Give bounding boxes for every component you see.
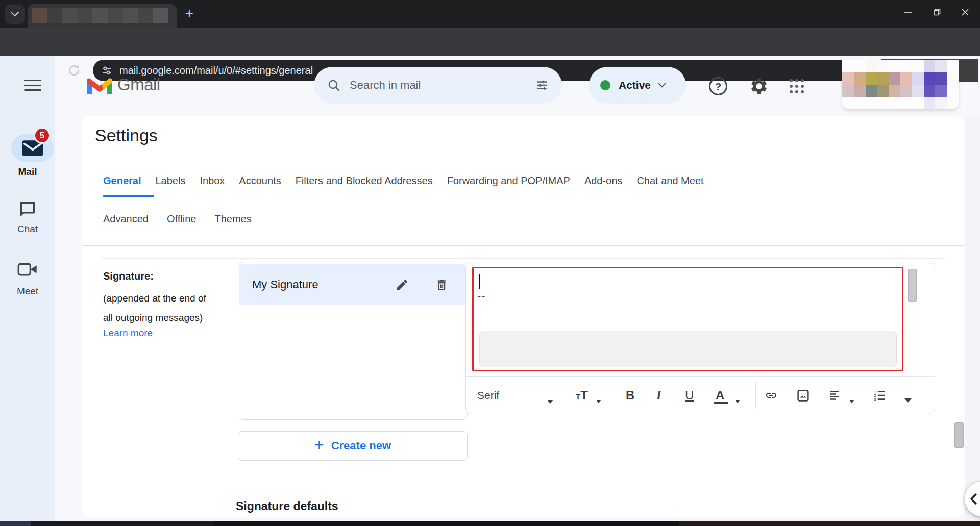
sidebar-item-chat[interactable] bbox=[0, 200, 55, 218]
signature-description-line1: (appended at the end of bbox=[103, 289, 206, 308]
tab-forwarding[interactable]: Forwarding and POP/IMAP bbox=[447, 175, 570, 187]
insert-link-button[interactable] bbox=[764, 386, 779, 405]
edit-signature-button[interactable] bbox=[394, 277, 409, 292]
browser-toolbar: mail.google.com/mail/u/0/#settings/gener… bbox=[0, 28, 980, 56]
tab-general[interactable]: General bbox=[103, 175, 141, 187]
scroll-gutter bbox=[965, 116, 980, 522]
tab-filters[interactable]: Filters and Blocked Addresses bbox=[296, 175, 433, 187]
create-new-label: Create new bbox=[331, 439, 391, 453]
settings-tabs-row-1: General Labels Inbox Accounts Filters an… bbox=[103, 175, 704, 187]
more-formatting-options-icon[interactable] bbox=[904, 391, 912, 410]
divider bbox=[102, 258, 945, 259]
underline-button[interactable]: U bbox=[685, 386, 694, 405]
sidebar-item-meet[interactable] bbox=[0, 261, 55, 278]
trash-icon bbox=[435, 278, 449, 292]
sidebar-item-mail-label[interactable]: Mail bbox=[0, 166, 55, 178]
minimize-button[interactable] bbox=[896, 0, 920, 24]
font-size-dropdown-icon[interactable] bbox=[596, 392, 601, 411]
chevron-down-icon bbox=[658, 83, 666, 88]
signature-section-label: Signature: bbox=[103, 270, 154, 282]
signature-list-item[interactable]: My Signature bbox=[239, 264, 467, 305]
gear-icon bbox=[749, 77, 769, 96]
learn-more-link[interactable]: Learn more bbox=[103, 328, 153, 339]
font-family-selector[interactable]: Serif bbox=[477, 386, 499, 405]
reload-button[interactable] bbox=[66, 63, 82, 78]
font-size-button[interactable]: TT bbox=[576, 386, 588, 405]
signature-defaults-heading: Signature defaults bbox=[236, 499, 338, 513]
bottom-edge bbox=[679, 521, 980, 526]
page-title: Settings bbox=[95, 126, 158, 145]
plus-icon: + bbox=[314, 437, 324, 453]
editor-scrollbar-thumb[interactable] bbox=[908, 269, 917, 302]
delete-signature-button[interactable] bbox=[434, 277, 449, 292]
text-color-dropdown-icon[interactable] bbox=[735, 392, 740, 411]
size-small-t: T bbox=[576, 392, 580, 401]
screen: + mail.google.com/mail/u/0/#settings/gen… bbox=[0, 0, 980, 526]
minimize-icon bbox=[903, 8, 913, 17]
align-button[interactable] bbox=[828, 386, 841, 405]
restore-button[interactable] bbox=[925, 0, 948, 24]
search-icon[interactable] bbox=[327, 79, 340, 92]
search-bar[interactable]: Search in mail bbox=[314, 67, 562, 104]
gmail-wordmark: Gmail bbox=[117, 75, 160, 94]
help-icon: ? bbox=[708, 76, 728, 96]
page-scrollbar-thumb[interactable] bbox=[954, 422, 964, 448]
toolbar-separator bbox=[755, 382, 756, 409]
tab-themes[interactable]: Themes bbox=[214, 213, 251, 225]
toolbar-separator bbox=[569, 382, 569, 409]
search-filter-icon[interactable] bbox=[535, 79, 549, 92]
tab-addons[interactable]: Add-ons bbox=[584, 175, 623, 187]
bottom-edge bbox=[31, 521, 214, 526]
align-dropdown-icon[interactable] bbox=[849, 392, 854, 411]
chat-icon bbox=[18, 200, 37, 218]
size-big-t: T bbox=[580, 388, 588, 403]
tab-accounts[interactable]: Accounts bbox=[239, 175, 281, 187]
tab-chat-and-meet[interactable]: Chat and Meet bbox=[636, 175, 703, 187]
text-color-bar bbox=[714, 402, 728, 404]
meet-camera-icon bbox=[17, 261, 38, 278]
close-button[interactable] bbox=[953, 0, 977, 24]
chevron-left-icon bbox=[969, 492, 979, 506]
browser-tab[interactable] bbox=[28, 4, 177, 28]
tab-labels[interactable]: Labels bbox=[155, 175, 185, 187]
sidebar-item-meet-label[interactable]: Meet bbox=[0, 286, 55, 297]
active-tab-underline bbox=[103, 195, 154, 197]
main-menu-button[interactable] bbox=[24, 80, 41, 91]
search-input[interactable]: Search in mail bbox=[350, 79, 535, 92]
font-family-dropdown-icon[interactable] bbox=[547, 392, 553, 411]
svg-text:3: 3 bbox=[874, 397, 876, 402]
sidebar-item-chat-label[interactable]: Chat bbox=[0, 223, 55, 235]
reload-icon bbox=[67, 64, 81, 77]
gmail-logo[interactable]: Gmail bbox=[87, 75, 160, 94]
status-selector[interactable]: Active bbox=[589, 67, 686, 104]
bottom-edge bbox=[0, 521, 31, 526]
divider bbox=[82, 245, 965, 246]
numbered-list-button[interactable]: 123 bbox=[872, 386, 887, 405]
numbered-list-icon: 123 bbox=[872, 389, 887, 402]
svg-text:?: ? bbox=[715, 81, 722, 92]
chevron-down-icon bbox=[11, 12, 19, 17]
signature-list-panel: My Signature bbox=[238, 262, 468, 420]
signature-description: (appended at the end of all outgoing mes… bbox=[103, 289, 206, 328]
new-tab-button[interactable]: + bbox=[182, 7, 197, 22]
tab-advanced[interactable]: Advanced bbox=[103, 213, 149, 225]
blurred-tab-title bbox=[32, 8, 168, 23]
help-button[interactable]: ? bbox=[707, 76, 729, 97]
profile-blurred-avatar[interactable] bbox=[842, 60, 959, 109]
divider bbox=[82, 159, 965, 159]
link-icon bbox=[764, 389, 779, 402]
insert-image-button[interactable] bbox=[796, 386, 810, 405]
toolbar-separator bbox=[617, 382, 617, 409]
status-label: Active bbox=[619, 79, 651, 91]
tab-offline[interactable]: Offline bbox=[167, 213, 196, 225]
site-settings-icon bbox=[101, 65, 112, 76]
bottom-edge bbox=[214, 521, 679, 526]
google-apps-button[interactable] bbox=[788, 78, 805, 95]
bold-button[interactable]: B bbox=[626, 386, 634, 405]
close-icon bbox=[961, 8, 970, 17]
tab-inbox[interactable]: Inbox bbox=[200, 175, 225, 187]
tab-search-button[interactable] bbox=[5, 5, 24, 24]
create-new-signature-button[interactable]: + Create new bbox=[238, 431, 468, 461]
italic-button[interactable]: I bbox=[656, 386, 662, 405]
settings-gear-button[interactable] bbox=[748, 76, 770, 97]
